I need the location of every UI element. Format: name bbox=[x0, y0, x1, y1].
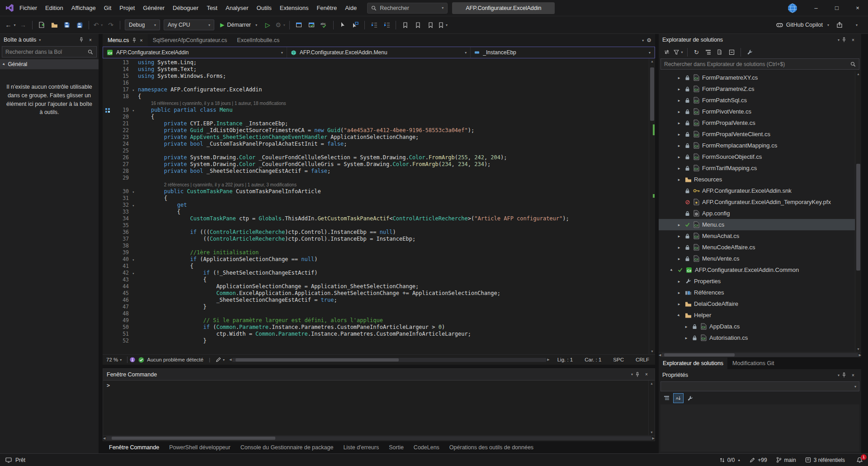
categorized-button[interactable] bbox=[661, 393, 672, 403]
code-line-21[interactable]: 21 private CYI.EBP.Instance _InstanceEbp… bbox=[103, 120, 649, 127]
fold-collapse-icon[interactable]: ▾ bbox=[132, 88, 135, 92]
tree-item-afp-configurateur-exceladdin-common[interactable]: ▸C#AFP.Configurateur.ExcelAddin.Common bbox=[659, 264, 855, 276]
tree-item-menuachat-cs[interactable]: ▸C#MenuAchat.cs bbox=[659, 230, 855, 242]
redo-button[interactable]: ↷ bbox=[105, 19, 117, 31]
tree-item-menucodeaffaire-cs[interactable]: ▸C#MenuCodeAffaire.cs bbox=[659, 242, 855, 253]
code-line-50[interactable]: 50 if (Common.Parametre.Instance.Paramet… bbox=[103, 324, 649, 331]
git-repositories[interactable]: 3 référentiels bbox=[805, 457, 845, 463]
build-button[interactable] bbox=[293, 19, 305, 31]
tree-item-formtarifmapping-cs[interactable]: ▸C#FormTarifMapping.cs bbox=[659, 162, 855, 174]
code-line-19[interactable]: 19▾ public partial class Menu bbox=[103, 107, 649, 114]
intellisense-mode-button[interactable] bbox=[337, 19, 349, 31]
properties-button[interactable] bbox=[745, 47, 755, 57]
live-share-icon[interactable] bbox=[129, 357, 136, 363]
code-line-33[interactable]: 33 { bbox=[103, 209, 649, 215]
breadcrumb-dropdown-2[interactable]: AFP.Configurateur.ExcelAddin.Menu▾ bbox=[287, 47, 471, 58]
scroll-up-icon[interactable]: ▲ bbox=[855, 71, 861, 77]
code-line-15[interactable]: 15using System.Windows.Forms; bbox=[103, 73, 649, 80]
chevron-collapsed-icon[interactable]: ▸ bbox=[676, 257, 682, 261]
chevron-collapsed-icon[interactable]: ▸ bbox=[676, 279, 682, 284]
code-line-37[interactable]: 37 ((ControlArticleRecherche)ctp.Control… bbox=[103, 236, 649, 243]
code-line-48[interactable]: 48 bbox=[103, 310, 649, 317]
line-ending-indicator[interactable]: CRLF bbox=[630, 357, 655, 362]
scrollbar-thumb[interactable] bbox=[856, 164, 860, 271]
command-window-input[interactable]: > bbox=[103, 380, 648, 435]
menu-projet[interactable]: Projet bbox=[115, 0, 139, 16]
menu-fenetre[interactable]: Fenêtre bbox=[312, 0, 341, 16]
code-line-41[interactable]: 41 { bbox=[103, 263, 649, 270]
code-cleanup-button[interactable]: ▾ bbox=[213, 357, 227, 362]
code-line-46[interactable]: 46 _SheetSelectionChangeEstActif = true; bbox=[103, 297, 649, 304]
tree-item-formpatchsql-cs[interactable]: ▸C#FormPatchSql.cs bbox=[659, 95, 855, 106]
github-copilot-button[interactable]: GitHub Copilot ▾ bbox=[776, 21, 829, 29]
scroll-up-icon[interactable]: ▲ bbox=[649, 58, 655, 64]
tree-item-afp-configurateur-exceladdin-snk[interactable]: AFP.Configurateur.ExcelAddin.snk bbox=[659, 185, 855, 196]
fold-collapse-icon[interactable]: ▾ bbox=[132, 109, 135, 113]
line-indicator[interactable]: Lig. : 1 bbox=[552, 357, 579, 362]
code-line-45[interactable]: 45 Common.ExcelApplication.Application.S… bbox=[103, 290, 649, 297]
document-tab-sqlserverafpconfigurateur-cs[interactable]: SqlServerAfpConfigurateur.cs bbox=[148, 34, 232, 47]
toolbar-overflow-button[interactable]: ▾ bbox=[850, 19, 862, 31]
close-icon[interactable]: × bbox=[86, 38, 95, 43]
tree-item-app-config[interactable]: App.config bbox=[659, 208, 855, 219]
code-line-29[interactable]: 29 bbox=[103, 175, 649, 181]
maximize-button[interactable]: □ bbox=[826, 0, 847, 16]
chevron-collapsed-icon[interactable]: ▸ bbox=[676, 245, 682, 250]
tree-item-formpropalvente-cs[interactable]: ▸C#FormPropalVente.cs bbox=[659, 117, 855, 128]
property-pages-button[interactable] bbox=[685, 393, 695, 403]
navigate-back-button[interactable]: ←▾ bbox=[5, 19, 16, 31]
menu-generer[interactable]: Générer bbox=[139, 0, 169, 16]
tree-item-formparametrez-cs[interactable]: ▸C#FormParametreZ.cs bbox=[659, 83, 855, 95]
codelens-info[interactable]: 2 références | cyanninfo, il y a 202 jou… bbox=[164, 182, 297, 187]
tree-item-formpropalventeclient-cs[interactable]: ▸C#FormPropalVenteClient.cs bbox=[659, 128, 855, 140]
account-avatar[interactable] bbox=[788, 3, 797, 13]
show-all-files-button[interactable] bbox=[715, 47, 725, 57]
solution-explorer-search-input[interactable]: Rechercher dans Explorateur de solutions… bbox=[660, 58, 859, 70]
toolbox-section-general[interactable]: ▸ Général bbox=[0, 59, 99, 69]
tree-vertical-scrollbar[interactable]: ▲ ▼ bbox=[855, 71, 861, 352]
code-line-27[interactable]: 27 private System.Drawing.Color _Couleur… bbox=[103, 161, 649, 168]
tree-item-formpivotvente-cs[interactable]: ▸C#FormPivotVente.cs bbox=[659, 106, 855, 117]
tree-item-menuvente-cs[interactable]: ▸C#MenuVente.cs bbox=[659, 253, 855, 264]
chevron-collapsed-icon[interactable]: ▸ bbox=[676, 132, 682, 137]
chevron-collapsed-icon[interactable]: ▸ bbox=[676, 234, 682, 238]
column-indicator[interactable]: Car. : 1 bbox=[579, 357, 607, 362]
scroll-up-icon[interactable]: ▲ bbox=[649, 380, 655, 386]
tree-item-menu-cs[interactable]: ▸C#Menu.cs bbox=[659, 219, 855, 230]
scroll-right-icon[interactable]: ▶ bbox=[652, 435, 655, 441]
code-line-51[interactable]: 51 ctp.Width = Common.Parametre.Instance… bbox=[103, 331, 649, 338]
panel-tab-codelens[interactable]: CodeLens bbox=[409, 441, 444, 453]
code-line-20[interactable]: 20 { bbox=[103, 114, 649, 120]
sync-with-active-document-button[interactable] bbox=[661, 47, 672, 57]
menu-analyser[interactable]: Analyser bbox=[222, 0, 253, 16]
panel-tab-operations-des-outils-de-donnees[interactable]: Opérations des outils de données bbox=[445, 441, 538, 453]
code-line-35[interactable]: 35 bbox=[103, 222, 649, 229]
close-icon[interactable]: × bbox=[849, 38, 858, 43]
tree-item-autorisation-cs[interactable]: ▸C#Autorisation.cs bbox=[659, 332, 855, 343]
save-button[interactable] bbox=[61, 19, 73, 31]
codelens-line[interactable]: 16 références | cyanninfo, il y a 18 jou… bbox=[103, 100, 649, 107]
panel-tab-powershell-developpeur[interactable]: PowerShell développeur bbox=[165, 441, 235, 453]
spaces-indicator[interactable]: SPC bbox=[607, 357, 630, 362]
code-line-16[interactable]: 16 bbox=[103, 80, 649, 86]
close-icon[interactable]: × bbox=[642, 372, 651, 377]
minimize-button[interactable]: – bbox=[806, 0, 826, 16]
code-line-17[interactable]: 17▾namespace AFP.Configurateur.ExcelAddi… bbox=[103, 86, 649, 93]
pin-icon[interactable] bbox=[132, 38, 137, 43]
menu-affichage[interactable]: Affichage bbox=[67, 0, 100, 16]
configuration-dropdown[interactable]: Debug ▾ bbox=[125, 19, 160, 30]
code-line-52[interactable]: 52 } bbox=[103, 338, 649, 344]
unindent-button[interactable] bbox=[368, 19, 380, 31]
start-debug-button[interactable]: ▶ Démarrer ▾ bbox=[217, 19, 261, 31]
code-line-13[interactable]: 13using System.Linq; bbox=[103, 59, 649, 66]
scrollbar-thumb[interactable] bbox=[112, 437, 275, 440]
command-horizontal-scrollbar[interactable]: ◀ ▶ bbox=[103, 435, 655, 441]
chevron-collapsed-icon[interactable]: ▸ bbox=[683, 336, 689, 340]
toolbox-search-input[interactable]: Rechercher dans la Boî bbox=[2, 46, 97, 57]
panel-tab-sortie[interactable]: Sortie bbox=[384, 441, 408, 453]
code-line-24[interactable]: 24 private bool _CustomTaskPanelPropalAc… bbox=[103, 141, 649, 147]
menu-deboguer[interactable]: Déboguer bbox=[169, 0, 203, 16]
file-nesting-button[interactable] bbox=[703, 47, 713, 57]
chevron-collapsed-icon[interactable]: ▸ bbox=[676, 166, 682, 171]
code-line-36[interactable]: 36 if (((ControlArticleRecherche)ctp.Con… bbox=[103, 229, 649, 236]
